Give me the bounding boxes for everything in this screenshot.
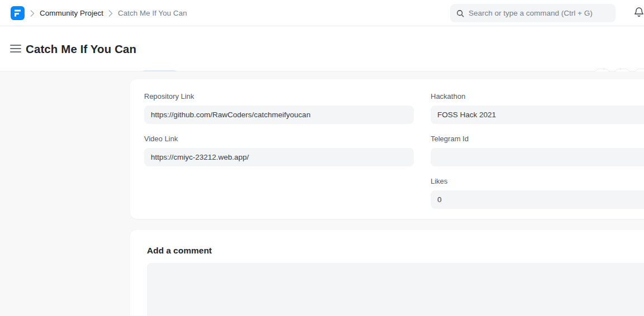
hackathon-input[interactable] bbox=[431, 106, 644, 124]
frappe-logo[interactable] bbox=[11, 6, 25, 20]
add-comment-heading: Add a comment bbox=[147, 246, 644, 256]
breadcrumb-parent[interactable]: Community Project bbox=[40, 9, 103, 17]
likes-field: Likes bbox=[431, 177, 644, 209]
likes-input[interactable] bbox=[431, 190, 644, 209]
field-label: Repository Link bbox=[144, 92, 414, 100]
telegram-id-input[interactable] bbox=[431, 148, 644, 166]
telegram-id-field: Telegram Id bbox=[431, 135, 644, 166]
page-title: Catch Me If You Can bbox=[26, 26, 136, 71]
menu-icon[interactable] bbox=[10, 45, 21, 52]
field-label: Telegram Id bbox=[431, 135, 644, 143]
page-header: Catch Me If You Can • Enabled bbox=[0, 26, 644, 71]
notifications-bell-icon[interactable] bbox=[634, 7, 644, 19]
form-grid: Repository Link Video Link Hackathon Tel… bbox=[144, 92, 644, 219]
content-area: Repository Link Video Link Hackathon Tel… bbox=[0, 71, 644, 316]
field-label: Video Link bbox=[144, 135, 414, 143]
repository-link-field: Repository Link bbox=[144, 92, 414, 124]
field-label: Hackathon bbox=[431, 92, 644, 100]
chevron-right-icon bbox=[30, 10, 35, 17]
search-input[interactable] bbox=[469, 9, 609, 17]
app-window: Community Project Catch Me If You Can Ca… bbox=[0, 0, 644, 316]
form-left-column: Repository Link Video Link bbox=[144, 92, 414, 219]
video-link-field: Video Link bbox=[144, 135, 414, 166]
field-label: Likes bbox=[431, 177, 644, 185]
video-link-input[interactable] bbox=[144, 148, 414, 166]
top-navbar: Community Project Catch Me If You Can bbox=[0, 0, 644, 26]
form-right-column: Hackathon Telegram Id Likes bbox=[431, 92, 644, 219]
details-form-card: Repository Link Video Link Hackathon Tel… bbox=[130, 79, 644, 219]
comment-textarea[interactable] bbox=[147, 263, 644, 316]
breadcrumb: Community Project Catch Me If You Can bbox=[30, 0, 187, 26]
breadcrumb-current: Catch Me If You Can bbox=[118, 9, 187, 17]
search-icon bbox=[456, 9, 464, 17]
repository-link-input[interactable] bbox=[144, 106, 414, 124]
frappe-f-icon bbox=[13, 9, 22, 17]
chevron-right-icon bbox=[108, 10, 113, 17]
comments-card: Add a comment bbox=[130, 230, 644, 316]
global-search[interactable] bbox=[450, 4, 616, 22]
hackathon-field: Hackathon bbox=[431, 92, 644, 124]
